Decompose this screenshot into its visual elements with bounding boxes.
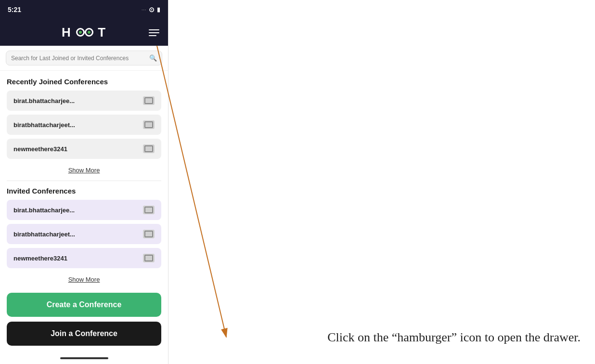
hamburger-button[interactable] — [147, 27, 161, 38]
logo-t: T — [98, 25, 106, 39]
invited-conferences-section: Invited Conferences birat.bhattacharjee.… — [7, 187, 161, 287]
list-item[interactable]: newmeethere3241 — [7, 248, 161, 268]
eye-left-icon — [76, 28, 85, 37]
phone-container: 5:21 ··· ⊙ ▮ H T 🔍 — [0, 0, 168, 364]
conference-name: newmeethere3241 — [13, 145, 67, 153]
main-content: Recently Joined Conferences birat.bhatta… — [0, 71, 168, 287]
time-display: 5:21 — [8, 6, 21, 13]
instruction-text: Click on the “hamburger” icon to open th… — [327, 330, 581, 345]
logo-h: H — [62, 25, 72, 39]
invited-conferences-title: Invited Conferences — [7, 187, 161, 195]
list-item[interactable]: birat.bhattacharjee... — [7, 200, 161, 220]
buttons-area: Create a Conference Join a Conference — [0, 287, 168, 352]
hamburger-line-1 — [149, 29, 159, 30]
video-icon — [143, 206, 155, 214]
show-more-recent[interactable]: Show More — [7, 163, 161, 180]
conference-name: biratbhattacharjeet... — [13, 231, 75, 238]
home-indicator — [0, 352, 168, 364]
conference-name: birat.bhattacharjee... — [13, 207, 75, 214]
video-icon — [143, 96, 155, 105]
eye-right-icon — [85, 28, 93, 37]
conference-name: birat.bhattacharjee... — [13, 97, 75, 104]
hamburger-line-2 — [149, 32, 159, 33]
home-bar — [60, 357, 108, 359]
conference-name: biratbhattacharjeet... — [13, 121, 75, 129]
list-item[interactable]: birat.bhattacharjee... — [7, 91, 161, 111]
hamburger-line-3 — [149, 35, 156, 36]
search-bar: 🔍 — [0, 46, 168, 71]
section-divider — [7, 181, 161, 181]
app-logo: H T — [62, 25, 106, 40]
show-more-invited[interactable]: Show More — [7, 272, 161, 287]
instruction-label: Click on the “hamburger” icon to open th… — [327, 330, 581, 344]
video-icon — [143, 230, 155, 238]
search-icon: 🔍 — [149, 54, 157, 62]
wifi-icon: ⊙ — [149, 6, 155, 13]
recently-joined-section: Recently Joined Conferences birat.bhatta… — [7, 78, 161, 180]
signal-icon: ··· — [142, 8, 146, 12]
search-input[interactable] — [11, 55, 146, 62]
video-icon — [143, 254, 155, 262]
recently-joined-title: Recently Joined Conferences — [7, 78, 161, 86]
battery-icon: ▮ — [157, 6, 160, 13]
conference-name: newmeethere3241 — [13, 255, 67, 262]
search-wrapper[interactable]: 🔍 — [6, 51, 162, 65]
nav-bar: H T — [0, 19, 168, 46]
list-item[interactable]: biratbhattacharjeet... — [7, 224, 161, 244]
logo-owl-eyes — [76, 28, 93, 37]
create-conference-button[interactable]: Create a Conference — [7, 293, 161, 317]
list-item[interactable]: biratbhattacharjeet... — [7, 115, 161, 135]
status-icons: ··· ⊙ ▮ — [142, 6, 160, 13]
join-conference-button[interactable]: Join a Conference — [7, 322, 161, 346]
status-bar: 5:21 ··· ⊙ ▮ — [0, 0, 168, 19]
video-icon — [143, 144, 155, 153]
video-icon — [143, 120, 155, 129]
list-item[interactable]: newmeethere3241 — [7, 139, 161, 159]
